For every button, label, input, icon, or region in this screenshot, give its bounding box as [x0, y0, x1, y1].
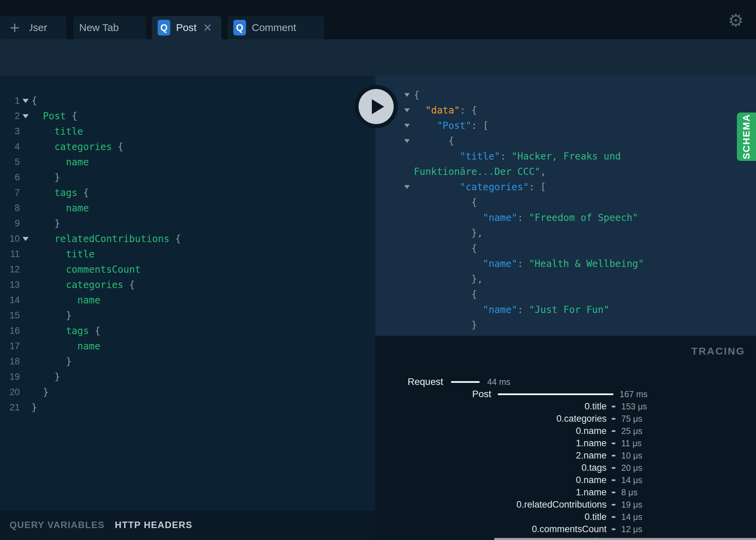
trace-label: 1.name — [375, 437, 607, 449]
execute-query-button[interactable] — [354, 85, 398, 128]
response-line: { — [375, 87, 756, 103]
line-number: 9 — [0, 218, 20, 229]
fold-arrow-icon[interactable] — [404, 124, 410, 127]
trace-row: 0.relatedContributions19 μs — [375, 498, 756, 511]
trace-row: Post167 ms — [375, 388, 756, 400]
trace-dash — [612, 516, 615, 518]
query-line: 16tags { — [0, 323, 375, 339]
trace-duration-value: 8 μs — [621, 486, 638, 498]
trace-duration-value: 153 μs — [621, 400, 647, 412]
trace-label: 0.tags — [375, 462, 607, 474]
query-line: 15} — [0, 308, 375, 323]
trace-row: 0.title153 μs — [375, 400, 756, 412]
response-pane[interactable]: {"data": {"Post": [{"title": "Hacker, Fr… — [375, 76, 756, 336]
trace-dash — [612, 492, 615, 493]
line-number: 13 — [0, 280, 20, 290]
tracing-title: TRACING — [691, 345, 745, 357]
trace-duration-value: 44 ms — [487, 376, 510, 388]
fold-arrow-icon[interactable] — [23, 237, 29, 241]
tab-new-tab[interactable]: New Tab — [73, 16, 146, 39]
trace-dash — [612, 479, 615, 481]
response-line: { — [375, 133, 756, 149]
line-number: 8 — [0, 203, 20, 213]
trace-dash — [612, 430, 615, 432]
response-line: "name": "Freedom of Speech" — [375, 210, 756, 225]
new-tab-button[interactable]: + — [0, 16, 29, 39]
line-number: 1 — [0, 95, 20, 106]
trace-row: 0.commentsCount12 μs — [375, 523, 756, 535]
fold-arrow-icon[interactable] — [23, 114, 29, 118]
response-line: ] — [375, 333, 756, 336]
response-line: { — [375, 195, 756, 210]
query-line: 19} — [0, 369, 375, 385]
line-number: 2 — [0, 111, 20, 121]
trace-dash — [612, 442, 615, 444]
query-line: 13categories { — [0, 277, 375, 292]
trace-label: 0.title — [375, 511, 607, 523]
http-headers-tab[interactable]: HTTP HEADERS — [115, 520, 193, 530]
trace-label: Post — [375, 388, 491, 400]
trace-duration-bar — [451, 381, 480, 383]
fold-arrow-icon[interactable] — [404, 139, 410, 143]
query-line: 21} — [0, 400, 375, 415]
line-number: 19 — [0, 372, 20, 382]
query-line: 1{ — [0, 93, 375, 108]
trace-row: Request44 ms — [375, 376, 756, 388]
line-number: 4 — [0, 141, 20, 152]
trace-row: 2.name10 μs — [375, 449, 756, 462]
tab-comment[interactable]: QComment — [228, 16, 324, 39]
trace-dash — [612, 528, 615, 530]
trace-duration-value: 75 μs — [621, 412, 642, 425]
fold-arrow-icon[interactable] — [404, 185, 410, 189]
query-line: 4categories { — [0, 139, 375, 154]
trace-duration-value: 20 μs — [621, 462, 642, 474]
tab-post[interactable]: QPost× — [152, 16, 221, 39]
line-number: 12 — [0, 264, 20, 275]
fold-arrow-icon[interactable] — [23, 99, 29, 103]
trace-duration-value: 11 μs — [621, 437, 642, 449]
query-line: 20} — [0, 385, 375, 400]
query-line: 3title — [0, 124, 375, 139]
trace-row: 1.name11 μs — [375, 437, 756, 449]
close-tab-icon[interactable]: × — [203, 20, 212, 35]
trace-duration-value: 25 μs — [621, 425, 642, 437]
horizontal-scrollbar[interactable] — [494, 538, 756, 540]
tab-label: New Tab — [79, 22, 119, 33]
play-icon — [359, 89, 394, 124]
query-editor-pane[interactable]: 1{2Post {3title4categories {5name6}7tags… — [0, 76, 375, 510]
fold-arrow-icon[interactable] — [404, 108, 410, 112]
query-line: 11title — [0, 246, 375, 262]
trace-row: 0.title14 μs — [375, 511, 756, 523]
query-line: 14name — [0, 292, 375, 308]
settings-gear-icon[interactable]: ⚙ — [728, 10, 744, 31]
schema-tab-label: SCHEMA — [741, 114, 752, 159]
line-number: 3 — [0, 126, 20, 137]
line-number: 21 — [0, 402, 20, 413]
response-line: "Post": [ — [375, 118, 756, 133]
response-line: }, — [375, 225, 756, 241]
fold-arrow-icon[interactable] — [404, 93, 410, 97]
trace-label: 0.commentsCount — [375, 523, 607, 535]
editor-bottom-bar: QUERY VARIABLES HTTP HEADERS — [0, 510, 375, 540]
response-json-lines: {"data": {"Post": [{"title": "Hacker, Fr… — [375, 76, 756, 336]
line-number: 11 — [0, 249, 20, 259]
query-line: 18} — [0, 354, 375, 369]
graphql-playground-window: QUserNew TabQPost×QComment + ⚙ PRETTIFY … — [0, 0, 756, 540]
schema-side-tab[interactable]: SCHEMA — [737, 112, 756, 161]
trace-label: 0.categories — [375, 412, 607, 425]
line-number: 6 — [0, 172, 20, 183]
query-line: 6} — [0, 170, 375, 185]
tab-label: Post — [176, 22, 197, 33]
query-badge: Q — [158, 20, 170, 35]
line-number: 7 — [0, 188, 20, 198]
line-number: 17 — [0, 341, 20, 351]
trace-label: Request — [375, 376, 443, 388]
trace-row: 0.name14 μs — [375, 474, 756, 486]
query-variables-tab[interactable]: QUERY VARIABLES — [10, 520, 105, 530]
query-line: 9} — [0, 216, 375, 231]
response-line: "name": "Just For Fun" — [375, 302, 756, 317]
trace-duration-value: 19 μs — [621, 498, 642, 511]
line-number: 5 — [0, 157, 20, 167]
trace-label: 0.title — [375, 400, 607, 412]
trace-duration-value: 12 μs — [621, 523, 642, 535]
